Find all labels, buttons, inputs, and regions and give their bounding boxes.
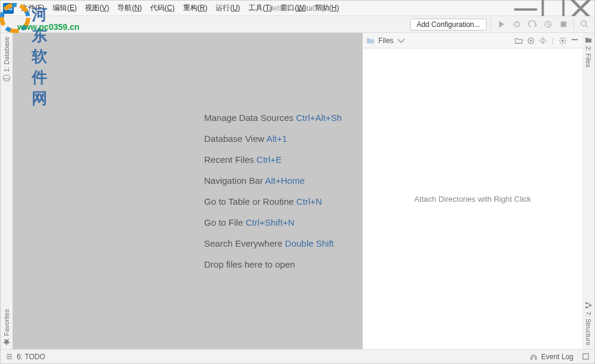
files-panel: Files | Attach Directories with Right Cl… (362, 33, 582, 349)
structure-icon (585, 302, 592, 309)
title-project: default (269, 4, 291, 13)
favorites-tab-label: Favorites (3, 309, 10, 336)
menu-c[interactable]: 代码(C) (147, 1, 178, 15)
welcome-hint-3: Navigation Bar Alt+Home (204, 175, 362, 186)
search-icon[interactable] (578, 18, 591, 31)
separator (490, 19, 491, 30)
toolbar: Add Configuration... (1, 16, 594, 33)
shortcut: Ctrl+Shift+N (245, 217, 295, 228)
shortcut: Alt+1 (266, 134, 287, 144)
folder-icon (585, 37, 592, 44)
welcome-hint-6: Search Everywhere Double Shift (204, 238, 362, 248)
favorites-tab[interactable]: Favorites (2, 305, 11, 349)
maximize-button[interactable] (539, 1, 567, 16)
welcome-hint-1: Database View Alt+1 (204, 134, 362, 144)
menu-e[interactable]: 编辑(E) (49, 1, 80, 15)
chevron-down-icon[interactable] (397, 37, 405, 45)
files-panel-title: Files (378, 37, 393, 45)
window-title: default - DataGrip (269, 4, 326, 13)
structure-tab-label: 7: Structure (585, 311, 592, 345)
shortcut: Ctrl+N (296, 196, 322, 207)
svg-rect-10 (585, 302, 587, 304)
ide-status-icon[interactable] (582, 353, 590, 360)
editor-welcome-area: Manage Data Sources Ctrl+Alt+ShDatabase … (13, 33, 362, 349)
welcome-hint-4: Go to Table or Routine Ctrl+N (204, 196, 362, 207)
svg-rect-4 (560, 22, 566, 27)
database-tab[interactable]: 1: Database (2, 33, 11, 85)
title-app: DataGrip (297, 4, 326, 13)
open-folder-icon[interactable] (515, 37, 523, 45)
menu-v[interactable]: 视图(V) (81, 1, 113, 15)
files-tab-label: 2: Files (585, 46, 592, 67)
run-icon[interactable] (494, 18, 508, 31)
svg-rect-9 (572, 39, 578, 40)
event-log-icon (530, 353, 538, 360)
separator (573, 19, 574, 30)
svg-rect-0 (514, 8, 537, 11)
svg-point-6 (4, 78, 10, 81)
star-icon (3, 338, 10, 345)
minimize-button[interactable] (512, 1, 539, 16)
run-with-coverage-icon[interactable] (526, 18, 539, 31)
menu-f[interactable]: 文件(F) (17, 1, 48, 15)
menu-r[interactable]: 重构(R) (180, 1, 211, 15)
svg-rect-13 (583, 354, 588, 359)
add-configuration-button[interactable]: Add Configuration... (410, 19, 487, 31)
welcome-hint-2: Recent Files Ctrl+E (204, 154, 362, 165)
gear-icon[interactable] (558, 37, 567, 45)
event-log-button[interactable]: Event Log (541, 353, 573, 361)
svg-rect-12 (590, 305, 591, 307)
welcome-hint-7: Drop files here to open (204, 259, 362, 269)
right-tool-strip: 2: Files 7: Structure (582, 33, 594, 349)
svg-point-5 (581, 21, 585, 26)
svg-point-2 (514, 22, 519, 27)
files-panel-header: Files | (363, 33, 582, 48)
hide-panel-icon[interactable] (570, 37, 579, 45)
svg-rect-11 (585, 307, 587, 308)
body: 1: Database Favorites Manage Data Source… (1, 33, 594, 349)
database-icon (3, 74, 10, 81)
files-panel-body[interactable]: Attach Directories with Right Click (363, 48, 582, 349)
files-tab[interactable]: 2: Files (584, 33, 593, 71)
todo-icon (5, 353, 13, 360)
files-panel-empty-text: Attach Directories with Right Click (414, 195, 531, 204)
menu-n[interactable]: 导航(N) (114, 1, 145, 15)
statusbar: 6: TODO Event Log (1, 349, 594, 363)
collapse-all-icon[interactable] (527, 37, 535, 45)
database-tab-label: 1: Database (3, 37, 10, 72)
folder-icon (366, 37, 375, 45)
shortcut: Ctrl+E (257, 154, 282, 165)
todo-button[interactable]: 6: TODO (17, 353, 45, 361)
stop-icon[interactable] (557, 18, 570, 31)
shortcut: Double Shift (285, 238, 334, 248)
welcome-hint-5: Go to File Ctrl+Shift+N (204, 217, 362, 228)
separator: | (551, 37, 555, 45)
welcome-hint-0: Manage Data Sources Ctrl+Alt+Sh (204, 113, 362, 123)
menu-u[interactable]: 运行(U) (212, 1, 244, 15)
expand-all-icon[interactable] (539, 37, 547, 45)
debug-icon[interactable] (510, 18, 523, 31)
titlebar: DG 文件(F)编辑(E)视图(V)导航(N)代码(C)重构(R)运行(U)工具… (1, 1, 594, 16)
window-controls (512, 1, 594, 16)
close-button[interactable] (567, 1, 594, 16)
svg-point-8 (561, 40, 564, 42)
app-icon: DG (3, 3, 14, 14)
left-tool-strip: 1: Database Favorites (1, 33, 13, 349)
structure-tab[interactable]: 7: Structure (584, 298, 593, 349)
shortcut: Ctrl+Alt+Sh (296, 113, 342, 123)
profile-icon[interactable] (541, 18, 554, 31)
shortcut: Alt+Home (265, 175, 305, 186)
